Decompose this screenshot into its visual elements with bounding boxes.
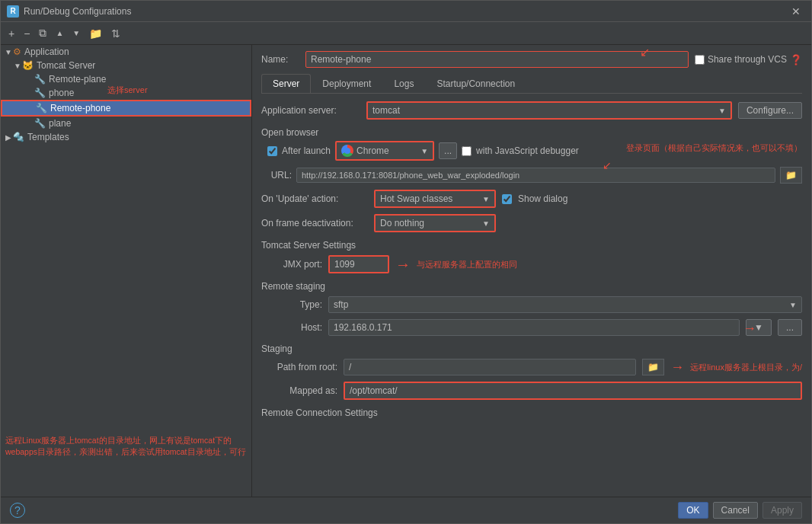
url-label: URL: xyxy=(261,170,292,181)
configure-button[interactable]: Configure... xyxy=(738,102,802,119)
share-vcs-checkbox[interactable] xyxy=(695,55,705,65)
login-annotation: 登录页面（根据自己实际情况来，也可以不填） xyxy=(626,142,802,154)
type-value: sftp xyxy=(334,299,348,310)
tab-startup-connection[interactable]: Startup/Connection xyxy=(425,74,526,93)
phone-icon: 🔧 xyxy=(34,88,46,98)
mapped-label: Mapped as: xyxy=(261,385,337,396)
remote-plane-icon: 🔧 xyxy=(34,74,46,85)
browser-dropdown-arrow: ▼ xyxy=(420,147,428,155)
update-action-label: On 'Update' action: xyxy=(261,193,368,204)
plane-icon: 🔧 xyxy=(34,118,46,129)
window-title: Run/Debug Configurations xyxy=(24,6,787,17)
help-button[interactable]: ? xyxy=(10,503,25,518)
after-launch-checkbox[interactable] xyxy=(267,146,277,156)
tree-item-remote-phone[interactable]: 🔧 Remote-phone xyxy=(1,100,251,117)
js-debugger-checkbox[interactable] xyxy=(462,146,472,156)
update-action-combo[interactable]: Hot Swap classes ▼ xyxy=(374,190,496,208)
share-vcs-label: Share through VCS xyxy=(708,54,787,65)
tabs-bar: Server Deployment Logs Startup/Connectio… xyxy=(261,74,802,94)
chrome-icon xyxy=(341,145,353,157)
tree-item-application[interactable]: ▼ ⚙ Application xyxy=(1,45,251,59)
appserver-label: Application server: xyxy=(261,105,360,116)
browse-button[interactable]: ... xyxy=(439,142,457,159)
tree-item-tomcat-server[interactable]: ▼ 🐱 Tomcat Server xyxy=(1,59,251,72)
name-label: Name: xyxy=(261,54,299,65)
apply-button[interactable]: Apply xyxy=(762,502,802,519)
tomcat-icon: 🐱 xyxy=(22,60,34,71)
run-debug-configurations-window: R Run/Debug Configurations ✕ + − ⧉ ▲ ▼ 📁… xyxy=(0,0,812,524)
add-button[interactable]: + xyxy=(5,26,18,41)
appserver-value: tomcat xyxy=(372,105,400,116)
jmx-port-input[interactable] xyxy=(328,255,389,273)
bottom-actions: OK Cancel Apply xyxy=(678,502,802,519)
tab-deployment[interactable]: Deployment xyxy=(311,74,382,93)
tab-server[interactable]: Server xyxy=(261,74,311,93)
tree-item-plane[interactable]: 🔧 plane xyxy=(1,117,251,130)
type-label: Type: xyxy=(261,299,322,310)
title-arrow: ↙ xyxy=(640,45,650,59)
phone-label: phone xyxy=(49,88,74,98)
open-browser-title: Open browser xyxy=(261,127,802,138)
copy-button[interactable]: ⧉ xyxy=(36,25,50,41)
remote-phone-icon: 🔧 xyxy=(36,103,47,113)
update-action-row: On 'Update' action: Hot Swap classes ▼ S… xyxy=(261,190,802,208)
ok-button[interactable]: OK xyxy=(678,502,708,519)
remove-button[interactable]: − xyxy=(21,26,33,41)
host-input[interactable] xyxy=(328,319,740,336)
path-input[interactable] xyxy=(344,359,636,375)
frame-deactivation-combo[interactable]: Do nothing ▼ xyxy=(374,214,496,232)
mapped-input[interactable] xyxy=(344,382,802,400)
host-arrow: → xyxy=(743,321,756,337)
right-panel: Name: Share through VCS ❓ 名称随便起 ↙ Server… xyxy=(252,45,811,497)
update-action-arrow: ▼ xyxy=(482,195,490,203)
remote-connection-title: Remote Connection Settings xyxy=(261,407,802,418)
tomcat-expand-arrow: ▼ xyxy=(13,62,22,70)
path-arrow: → xyxy=(670,359,684,375)
jmx-arrow: → xyxy=(395,256,411,273)
folder-button[interactable]: 📁 xyxy=(86,26,105,41)
mapped-row: Mapped as: xyxy=(261,382,802,400)
url-browse-button[interactable]: 📁 xyxy=(780,167,802,184)
frame-deactivation-row: On frame deactivation: Do nothing ▼ xyxy=(261,214,802,232)
tree-item-templates[interactable]: ▶ 🔩 Templates xyxy=(1,130,251,144)
frame-deactivation-arrow: ▼ xyxy=(482,219,490,228)
host-label: Host: xyxy=(261,322,322,333)
templates-expand-arrow: ▶ xyxy=(4,133,13,142)
tree-item-remote-plane[interactable]: 🔧 Remote-plane xyxy=(1,72,251,86)
browser-combo[interactable]: Chrome ▼ xyxy=(335,141,434,161)
frame-deactivation-value: Do nothing xyxy=(380,218,424,228)
toolbar: + − ⧉ ▲ ▼ 📁 ⇅ xyxy=(1,22,811,45)
tomcat-settings-title: Tomcat Server Settings xyxy=(261,240,802,251)
plane-label: plane xyxy=(49,118,71,129)
application-icon: ⚙ xyxy=(13,46,21,57)
type-combo[interactable]: sftp ▼ xyxy=(328,296,802,313)
close-button[interactable]: ✕ xyxy=(787,4,805,19)
url-input[interactable] xyxy=(296,168,775,183)
sort-button[interactable]: ⇅ xyxy=(108,26,123,41)
tab-logs[interactable]: Logs xyxy=(382,74,425,93)
browser-name: Chrome xyxy=(356,145,389,156)
staging-title: Staging xyxy=(261,343,802,354)
tomcat-server-label: Tomcat Server xyxy=(37,60,95,71)
cancel-button[interactable]: Cancel xyxy=(713,502,758,519)
tree-item-phone[interactable]: 🔧 phone xyxy=(1,86,251,100)
expand-arrow: ▼ xyxy=(4,48,13,56)
show-dialog-checkbox[interactable] xyxy=(502,194,512,204)
type-row: Type: sftp ▼ xyxy=(261,296,802,313)
move-down-button[interactable]: ▼ xyxy=(69,27,83,39)
login-arrow: ↙ xyxy=(603,159,612,171)
help-icon[interactable]: ❓ xyxy=(790,54,802,66)
frame-deactivation-label: On frame deactivation: xyxy=(261,218,368,228)
jmx-port-label: JMX port: xyxy=(261,259,322,270)
host-row: Host: ▼ ... 远程服务器ip → xyxy=(261,319,802,336)
jmx-port-row: JMX port: → 与远程服务器上配置的相同 xyxy=(261,255,802,273)
path-browse-button[interactable]: 📁 xyxy=(642,359,664,375)
host-browse-button[interactable]: ... xyxy=(778,319,802,336)
name-input[interactable] xyxy=(305,51,689,68)
appserver-row: Application server: tomcat ▼ Configure..… xyxy=(261,101,802,120)
appserver-combo[interactable]: tomcat ▼ xyxy=(366,101,732,120)
remote-plane-label: Remote-plane xyxy=(49,74,106,85)
move-up-button[interactable]: ▲ xyxy=(53,27,66,39)
js-debugger-label: with JavaScript debugger xyxy=(476,145,579,156)
type-dropdown-arrow: ▼ xyxy=(789,301,797,309)
